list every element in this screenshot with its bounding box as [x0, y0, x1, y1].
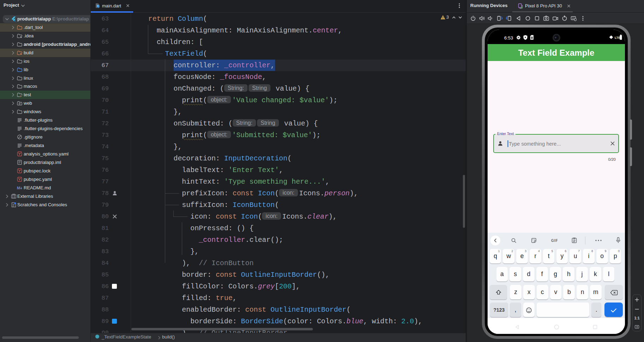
svg-text:M: M	[17, 185, 20, 190]
